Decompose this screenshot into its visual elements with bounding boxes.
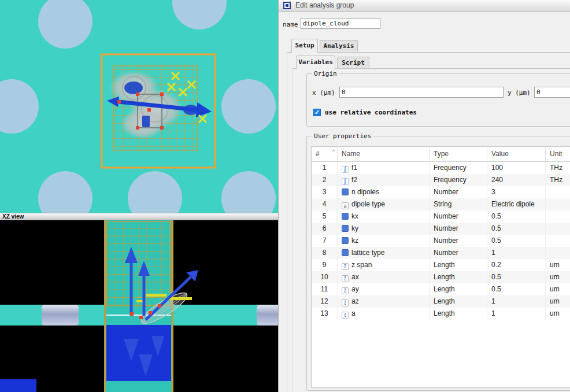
property-unit-cell[interactable]: um — [546, 283, 570, 295]
property-name-cell[interactable]: lattice type — [338, 247, 430, 259]
y-coordinate-input[interactable] — [534, 87, 570, 98]
application-window: XZ view — [0, 0, 570, 392]
property-name-cell[interactable]: kx — [338, 210, 430, 223]
row-number[interactable]: 10 — [312, 271, 338, 283]
property-value-cell[interactable]: 0.5 — [487, 271, 546, 283]
property-unit-cell[interactable] — [546, 223, 570, 235]
property-name-cell[interactable]: kz — [338, 235, 430, 247]
table-row[interactable]: 2∫f2Frequency240THz — [312, 174, 570, 186]
property-name-cell[interactable]: laz — [338, 295, 430, 308]
row-number[interactable]: 1 — [312, 162, 338, 174]
property-name-cell[interactable]: lax — [338, 271, 430, 283]
property-unit-cell[interactable] — [546, 235, 570, 247]
property-unit-cell[interactable]: um — [546, 295, 570, 308]
property-value-cell[interactable]: 0.5 — [487, 210, 546, 223]
table-row[interactable]: 9lz spanLength0.2um — [312, 259, 570, 271]
length-icon: l — [342, 275, 349, 282]
property-name-cell[interactable]: ∫f1 — [338, 162, 430, 174]
property-name-cell[interactable]: ky — [338, 223, 430, 235]
property-type-cell[interactable]: Number — [430, 223, 487, 235]
property-unit-cell[interactable] — [546, 186, 570, 198]
property-value-cell[interactable]: 1 — [487, 308, 546, 320]
row-number[interactable]: 12 — [312, 295, 338, 308]
property-type-cell[interactable]: Length — [430, 295, 487, 308]
property-unit-cell[interactable] — [546, 247, 570, 259]
property-type-cell[interactable]: Length — [430, 308, 487, 320]
property-unit-cell[interactable]: um — [546, 308, 570, 320]
property-value-cell[interactable]: 100 — [487, 162, 546, 174]
table-row[interactable]: 13laLength1um — [312, 308, 570, 320]
relative-coordinates-checkbox[interactable] — [313, 109, 321, 116]
table-row[interactable]: 5kxNumber0.5 — [312, 210, 570, 223]
property-unit-cell[interactable]: THz — [546, 162, 570, 174]
row-number[interactable]: 6 — [312, 223, 338, 235]
table-row[interactable]: 10laxLength0.5um — [312, 271, 570, 283]
table-row[interactable]: 1∫f1Frequency100THz — [312, 162, 570, 174]
property-value-cell[interactable]: 0.5 — [487, 283, 546, 295]
row-number[interactable]: 2 — [312, 174, 338, 186]
property-type-cell[interactable]: Number — [430, 247, 487, 259]
xy-viewport[interactable] — [0, 0, 278, 213]
row-number[interactable]: 13 — [312, 308, 338, 320]
property-type-cell[interactable]: Number — [430, 210, 487, 223]
row-number[interactable]: 4 — [312, 198, 338, 210]
property-value-cell[interactable]: 1 — [487, 247, 546, 259]
property-type-cell[interactable]: Length — [430, 271, 487, 283]
property-type-cell[interactable]: Length — [430, 283, 487, 295]
number-icon — [342, 188, 349, 195]
name-input[interactable] — [301, 18, 380, 29]
mesh-region — [106, 221, 171, 306]
row-number[interactable]: 8 — [312, 247, 338, 259]
property-unit-cell[interactable]: um — [546, 259, 570, 271]
column-header-type[interactable]: Type — [430, 147, 487, 161]
column-header-num[interactable]: #^ — [312, 147, 338, 161]
tab-analysis[interactable]: Analysis — [320, 40, 358, 51]
property-value-cell[interactable]: Electric dipole — [487, 198, 546, 210]
table-row[interactable]: 3n dipolesNumber3 — [312, 186, 570, 198]
x-coordinate-input[interactable] — [339, 87, 504, 98]
table-row[interactable]: 6kyNumber0.5 — [312, 223, 570, 235]
property-name-cell[interactable]: adipole type — [338, 198, 430, 210]
row-number[interactable]: 11 — [312, 283, 338, 295]
property-value-cell[interactable]: 240 — [487, 174, 546, 186]
column-header-value[interactable]: Value — [487, 147, 546, 161]
table-row[interactable]: 11layLength0.5um — [312, 283, 570, 295]
xz-viewport[interactable] — [0, 220, 278, 392]
column-header-name[interactable]: Name — [338, 147, 430, 161]
property-type-cell[interactable]: Length — [430, 259, 487, 271]
property-value-cell[interactable]: 0.5 — [487, 223, 546, 235]
property-unit-cell[interactable]: THz — [546, 174, 570, 186]
property-type-cell[interactable]: Number — [430, 235, 487, 247]
property-name-cell[interactable]: la — [338, 308, 430, 320]
property-unit-cell[interactable] — [546, 210, 570, 223]
column-header-unit[interactable]: Unit — [546, 147, 570, 161]
row-number[interactable]: 5 — [312, 210, 338, 223]
property-name-cell[interactable]: lz span — [338, 259, 430, 271]
property-value-cell[interactable]: 3 — [487, 186, 546, 198]
tab-setup[interactable]: Setup — [291, 39, 318, 53]
number-icon — [342, 225, 349, 232]
property-name-cell[interactable]: n dipoles — [338, 186, 430, 198]
property-type-cell[interactable]: String — [430, 198, 487, 210]
user-properties-group-label: User properties — [312, 132, 373, 140]
property-type-cell[interactable]: Frequency — [430, 162, 487, 174]
table-row[interactable]: 4adipole typeStringElectric dipole — [312, 198, 570, 210]
tab-script[interactable]: Script — [337, 57, 369, 68]
table-row[interactable]: 12lazLength1um — [312, 295, 570, 308]
row-number[interactable]: 7 — [312, 235, 338, 247]
row-number[interactable]: 9 — [312, 259, 338, 271]
table-row[interactable]: 8lattice typeNumber1 — [312, 247, 570, 259]
property-value-cell[interactable]: 0.2 — [487, 259, 546, 271]
tab-variables[interactable]: Variables — [296, 56, 335, 69]
property-value-cell[interactable]: 0.5 — [487, 235, 546, 247]
row-number[interactable]: 3 — [312, 186, 338, 198]
property-name-cell[interactable]: lay — [338, 283, 430, 295]
table-row[interactable]: 7kzNumber0.5 — [312, 235, 570, 247]
property-name-cell[interactable]: ∫f2 — [338, 174, 430, 186]
property-type-cell[interactable]: Frequency — [430, 174, 487, 186]
property-type-cell[interactable]: Number — [430, 186, 487, 198]
xz-view-label: XZ view — [2, 213, 24, 220]
property-value-cell[interactable]: 1 — [487, 295, 546, 308]
property-unit-cell[interactable]: um — [546, 271, 570, 283]
property-unit-cell[interactable] — [546, 198, 570, 210]
